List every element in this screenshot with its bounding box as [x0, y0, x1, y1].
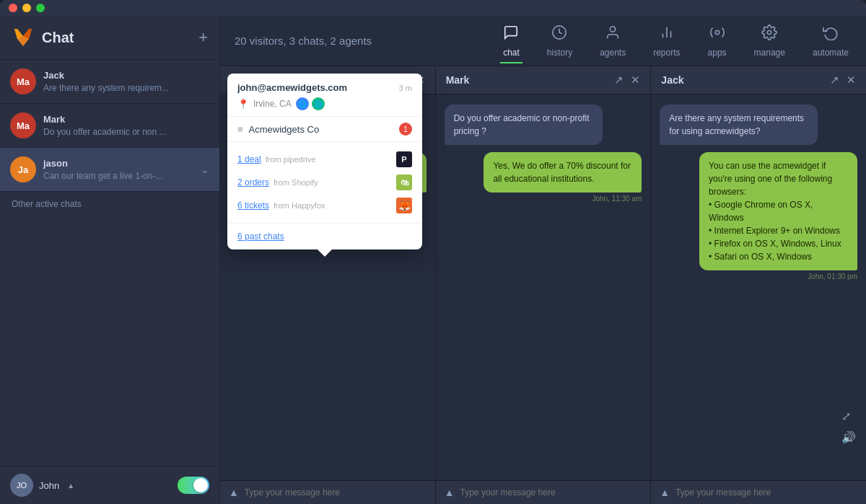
- panel-header-mark: Mark ↗ ✕: [436, 66, 651, 94]
- chat-item-jason[interactable]: Ja jason Can our team get a live 1-on-..…: [0, 148, 219, 192]
- chat-panel-mark: Mark ↗ ✕ Do you offer academic or non-pr…: [436, 66, 652, 504]
- location-pin-icon: 📍: [237, 99, 249, 110]
- close-icon-mark[interactable]: ✕: [631, 74, 640, 87]
- expand-icon-jack[interactable]: ↗: [830, 74, 839, 87]
- user-caret-icon: ▲: [67, 482, 74, 490]
- visitor-location: Irvine, CA: [253, 99, 292, 109]
- tab-manage-label: manage: [754, 48, 785, 58]
- browser-icon: 🌐: [296, 97, 309, 110]
- svg-point-8: [715, 30, 720, 35]
- chat-info-mark: Mark Do you offer academic or non ...: [43, 114, 209, 137]
- popover-location: 📍 Irvine, CA 🌐 🌐: [237, 97, 412, 110]
- integration-shopify: 2 orders from Shopify 🛍: [237, 171, 412, 194]
- volume-icon[interactable]: 🔊: [841, 430, 856, 444]
- message-timestamp: John, 01:30 pm: [808, 273, 857, 280]
- shopify-link[interactable]: 2 orders: [237, 177, 269, 187]
- panel-title-jack: Jack: [661, 74, 683, 86]
- message-input-mark[interactable]: [460, 487, 642, 498]
- app-logo-icon: [12, 26, 35, 49]
- tab-agents-label: agents: [600, 48, 626, 58]
- expand-icon-mark[interactable]: ↗: [614, 74, 624, 87]
- chat-name-jason: jason: [43, 158, 193, 169]
- toggle-knob: [193, 478, 208, 492]
- maximize-button[interactable]: [36, 4, 45, 12]
- status-toggle[interactable]: [178, 477, 209, 494]
- top-nav: 20 visitors, 3 chats, 2 agents chat: [220, 16, 866, 66]
- tab-chat-label: chat: [503, 48, 520, 58]
- company-name: Acmewidgets Co: [249, 124, 320, 135]
- past-chats-link[interactable]: 6 past chats: [237, 231, 284, 242]
- message-input-jack[interactable]: [675, 487, 857, 498]
- reports-icon: [659, 25, 675, 45]
- chat-preview-jason: Can our team get a live 1-on-...: [43, 171, 193, 181]
- pipedrive-icon: P: [396, 151, 412, 167]
- flag-icons: 🌐 🌐: [296, 97, 325, 110]
- chat-preview-jack: Are there any system requirem...: [43, 83, 209, 93]
- chat-info-jack: Jack Are there any system requirem...: [43, 70, 209, 93]
- user-name: John: [39, 480, 59, 491]
- integration-pipedrive: 1 deal from pipedrive P: [237, 148, 412, 171]
- avatar-jason: Ja: [10, 156, 36, 182]
- chat-info-jason: jason Can our team get a live 1-on-...: [43, 158, 193, 181]
- sidebar-logo: Chat: [12, 26, 74, 49]
- stats-display: 20 visitors, 3 chats, 2 agents: [235, 35, 372, 47]
- message-group: Yes, We do offer a 70% discount for all …: [445, 152, 642, 203]
- visitor-info-popover: john@acmewidgets.com 3 m 📍 Irvine, CA 🌐 …: [227, 74, 422, 249]
- chat-item-jack[interactable]: Ma Jack Are there any system requirem...: [0, 60, 219, 104]
- automate-icon: [823, 25, 839, 45]
- scroll-up-icon[interactable]: ▲: [660, 487, 670, 498]
- fullscreen-icon[interactable]: ⤢: [841, 410, 856, 423]
- tab-history-label: history: [547, 48, 572, 58]
- user-avatar: JO: [10, 474, 33, 497]
- chat-panel-jack: Jack ↗ ✕ Are there any system requiremen…: [651, 66, 866, 504]
- messages-mark: Do you offer academic or non-profit pric…: [436, 94, 651, 480]
- tab-chat[interactable]: chat: [500, 19, 522, 63]
- happyfox-link[interactable]: 6 tickets: [237, 200, 269, 211]
- minimize-button[interactable]: [22, 4, 31, 12]
- sidebar-header: Chat +: [0, 16, 219, 60]
- shopify-source: from Shopify: [274, 178, 318, 187]
- tab-automate[interactable]: automate: [810, 19, 852, 63]
- menu-icon: ≡: [237, 124, 243, 135]
- tab-apps[interactable]: apps: [705, 19, 730, 63]
- tab-reports-label: reports: [653, 48, 680, 58]
- pipedrive-link[interactable]: 1 deal: [237, 154, 261, 164]
- chat-item-mark[interactable]: Ma Mark Do you offer academic or non ...: [0, 104, 219, 148]
- message-input-jason[interactable]: [245, 487, 427, 498]
- message-timestamp: John, 11:30 am: [592, 195, 642, 203]
- popover-header: john@acmewidgets.com 3 m 📍 Irvine, CA 🌐 …: [227, 74, 422, 117]
- popover-arrow: [318, 249, 332, 257]
- panel-header-jack: Jack ↗ ✕: [651, 66, 866, 94]
- manage-icon: [761, 25, 777, 45]
- message-group: You can use the acmewidget if you're usi…: [660, 152, 857, 280]
- chat-name-jack: Jack: [43, 70, 209, 81]
- tab-automate-label: automate: [813, 48, 849, 58]
- tab-history[interactable]: history: [544, 19, 575, 63]
- happyfox-source: from Happyfox: [274, 201, 325, 210]
- user-avatar-initials: JO: [17, 481, 27, 490]
- scroll-up-icon[interactable]: ▲: [229, 487, 239, 498]
- svg-point-4: [611, 26, 616, 31]
- message-group: Are there any system requirements for us…: [660, 105, 857, 145]
- sidebar-title: Chat: [42, 30, 74, 46]
- tab-reports[interactable]: reports: [650, 19, 683, 63]
- apps-icon: [709, 25, 725, 45]
- msg-bubble: Do you offer academic or non-profit pric…: [445, 105, 603, 145]
- add-chat-button[interactable]: +: [198, 30, 208, 45]
- user-info: JO John ▲: [10, 474, 74, 497]
- history-icon: [551, 25, 567, 45]
- popover-past-chats: 6 past chats: [227, 224, 422, 249]
- scroll-up-icon[interactable]: ▲: [445, 487, 455, 498]
- tab-apps-label: apps: [708, 48, 727, 58]
- avatar-mark: Ma: [10, 112, 36, 138]
- close-button[interactable]: [9, 4, 17, 12]
- company-badge: 1: [399, 123, 412, 136]
- popover-integrations: 1 deal from pipedrive P 2 orders from Sh…: [227, 142, 422, 224]
- tab-agents[interactable]: agents: [597, 19, 629, 63]
- close-icon-jack[interactable]: ✕: [847, 74, 856, 87]
- window-chrome: [0, 0, 866, 16]
- panel-actions-jack: ↗ ✕: [830, 74, 856, 87]
- tab-manage[interactable]: manage: [751, 19, 788, 63]
- msg-bubble: Are there any system requirements for us…: [660, 105, 818, 145]
- chat-preview-mark: Do you offer academic or non ...: [43, 127, 209, 137]
